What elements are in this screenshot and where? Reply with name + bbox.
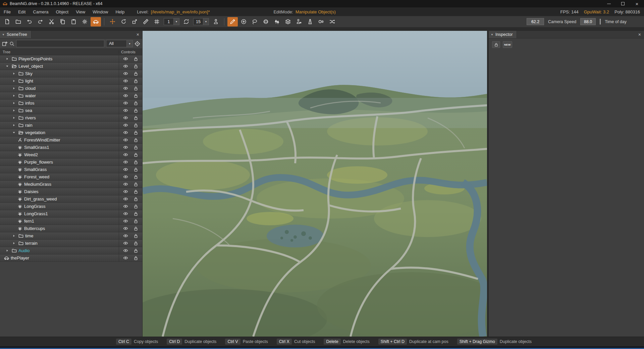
tree-row-MediumGrass[interactable]: MediumGrass: [0, 181, 142, 188]
tree-row-Dirt_grass_weed[interactable]: Dirt_grass_weed: [0, 195, 142, 203]
tree-row-terrain[interactable]: terrain: [0, 240, 142, 247]
camera-speed-input[interactable]: [527, 18, 544, 25]
visibility-toggle-icon[interactable]: [123, 137, 128, 142]
menu-help[interactable]: Help: [112, 7, 128, 16]
expand-icon[interactable]: [11, 86, 17, 91]
menu-edit[interactable]: Edit: [14, 7, 29, 16]
dropdown-arrow-icon[interactable]: ▼: [203, 18, 209, 25]
scenetree-tab[interactable]: ▼ SceneTree: [0, 31, 32, 38]
tree-row-light[interactable]: light: [0, 77, 142, 85]
translate-tool-button[interactable]: [107, 17, 118, 26]
gizmo-size-select[interactable]: 1▼: [164, 18, 179, 25]
lock-toggle-icon[interactable]: [133, 94, 138, 98]
tree-row-SmallGrass1[interactable]: SmallGrass1: [0, 144, 142, 151]
visibility-toggle-icon[interactable]: [123, 226, 128, 231]
tree-row-thePlayer[interactable]: thePlayer: [0, 254, 142, 262]
inspector-tab[interactable]: ▼ Inspector: [489, 31, 517, 38]
time-of-day-input[interactable]: [580, 18, 596, 25]
visibility-toggle-icon[interactable]: [123, 174, 128, 179]
tree-row-fern1[interactable]: fern1: [0, 218, 142, 225]
lock-toggle-icon[interactable]: [133, 57, 138, 61]
maximize-button[interactable]: [616, 0, 630, 7]
visibility-toggle-icon[interactable]: [123, 152, 128, 157]
lock-toggle-icon[interactable]: [133, 197, 138, 201]
cut-button[interactable]: [46, 17, 57, 26]
lock-toggle-icon[interactable]: [133, 167, 138, 172]
paste-button[interactable]: [68, 17, 79, 26]
tree-row-ForestWindEmitter[interactable]: ForestWindEmitter: [0, 136, 142, 144]
expand-icon[interactable]: [11, 234, 17, 238]
visibility-toggle-icon[interactable]: [123, 167, 128, 172]
expand-icon[interactable]: [11, 123, 17, 128]
lock-toggle-icon[interactable]: [133, 248, 138, 253]
filter-dropdown-arrow[interactable]: ▼: [127, 40, 133, 47]
tree-row-Sky[interactable]: Sky: [0, 70, 142, 77]
tree-row-Audio[interactable]: Audio: [0, 247, 142, 254]
tree-row-Purple_flowers[interactable]: Purple_flowers: [0, 159, 142, 166]
visibility-toggle-icon[interactable]: [123, 219, 128, 224]
scenetree-search-input[interactable]: [16, 40, 104, 47]
layers-tool-button[interactable]: [283, 17, 293, 26]
expand-icon[interactable]: [11, 241, 17, 246]
visibility-toggle-icon[interactable]: [123, 233, 128, 238]
randomize-tool-button[interactable]: [327, 17, 337, 26]
visibility-toggle-icon[interactable]: [123, 196, 128, 201]
lock-toggle-icon[interactable]: [133, 226, 138, 231]
visibility-toggle-icon[interactable]: [123, 78, 128, 83]
close-button[interactable]: ×: [630, 0, 644, 7]
tree-row-rain[interactable]: rain: [0, 122, 142, 129]
lock-toggle-icon[interactable]: [133, 153, 138, 157]
open-level-button[interactable]: [13, 17, 23, 26]
visibility-toggle-icon[interactable]: [123, 86, 128, 91]
visibility-toggle-icon[interactable]: [123, 108, 128, 113]
visibility-toggle-icon[interactable]: [123, 160, 128, 165]
lock-toggle-icon[interactable]: [133, 138, 138, 142]
add-simgroup-icon[interactable]: [2, 41, 8, 47]
panel-menu-icon[interactable]: ▼: [491, 33, 493, 36]
visibility-toggle-icon[interactable]: [123, 204, 128, 209]
settings-button[interactable]: [79, 17, 90, 26]
menu-view[interactable]: View: [72, 7, 89, 16]
expand-icon[interactable]: [11, 71, 17, 76]
reset-transform-button[interactable]: [181, 17, 192, 26]
lock-toggle-icon[interactable]: [133, 234, 138, 238]
menu-camera[interactable]: Camera: [29, 7, 52, 16]
expand-icon[interactable]: [4, 57, 10, 61]
tree-row-time[interactable]: time: [0, 232, 142, 240]
snap-size-select[interactable]: 15▼: [193, 18, 209, 25]
visibility-toggle-icon[interactable]: [123, 71, 128, 76]
visibility-toggle-icon[interactable]: [123, 64, 128, 69]
lock-toggle-icon[interactable]: [133, 71, 138, 76]
lock-toggle-icon[interactable]: [133, 64, 138, 69]
lock-toggle-icon[interactable]: [133, 101, 138, 106]
scale-tool-button[interactable]: [129, 17, 140, 26]
tree-row-sea[interactable]: sea: [0, 107, 142, 114]
vehicle-editor-button[interactable]: [91, 17, 101, 26]
lock-toggle-icon[interactable]: [133, 160, 138, 165]
terrain-paint-tool-button[interactable]: [227, 17, 238, 26]
lock-toggle-icon[interactable]: [133, 219, 138, 224]
tree-row-Daisies[interactable]: Daisies: [0, 188, 142, 195]
new-level-button[interactable]: [2, 17, 12, 26]
visibility-toggle-icon[interactable]: [123, 241, 128, 246]
tree-row-SmallGrass[interactable]: SmallGrass: [0, 166, 142, 173]
scenetree-filter-dropdown[interactable]: All ▼: [106, 40, 133, 47]
minimize-button[interactable]: [602, 0, 616, 7]
expand-icon[interactable]: [11, 116, 17, 120]
lock-toggle-icon[interactable]: [133, 204, 138, 209]
lock-toggle-icon[interactable]: [133, 108, 138, 113]
road-editor-button[interactable]: [305, 17, 315, 26]
visibility-toggle-icon[interactable]: [123, 123, 128, 128]
visibility-toggle-icon[interactable]: [123, 115, 128, 120]
lock-toggle-icon[interactable]: [133, 256, 138, 260]
lock-toggle-icon[interactable]: [133, 145, 138, 150]
lasso-select-button[interactable]: [250, 17, 260, 26]
visibility-toggle-icon[interactable]: [123, 145, 128, 150]
tree-row-Level_object[interactable]: Level_object: [0, 63, 142, 70]
lock-toggle-icon[interactable]: [133, 212, 138, 216]
collapse-icon[interactable]: [4, 64, 10, 69]
collapse-icon[interactable]: [11, 130, 17, 135]
undo-button[interactable]: [24, 17, 35, 26]
expand-icon[interactable]: [4, 248, 10, 253]
tree-row-Buttercups[interactable]: Buttercups: [0, 225, 142, 232]
